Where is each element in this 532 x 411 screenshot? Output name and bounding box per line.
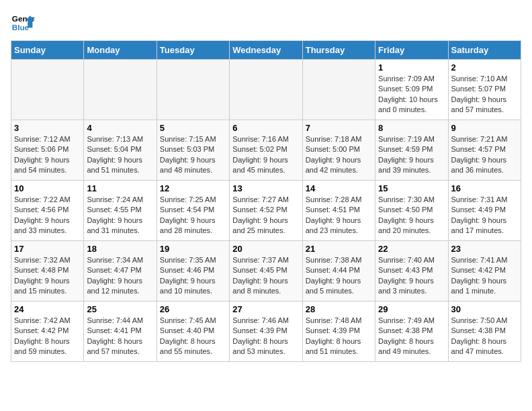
day-detail: Sunrise: 7:32 AM Sunset: 4:48 PM Dayligh…	[14, 255, 81, 297]
logo: General Blue	[11, 11, 35, 35]
day-number: 20	[232, 244, 299, 254]
calendar-cell: 19Sunrise: 7:35 AM Sunset: 4:46 PM Dayli…	[157, 241, 229, 302]
day-detail: Sunrise: 7:38 AM Sunset: 4:44 PM Dayligh…	[306, 255, 372, 297]
day-detail: Sunrise: 7:46 AM Sunset: 4:39 PM Dayligh…	[232, 316, 299, 357]
calendar-cell: 16Sunrise: 7:31 AM Sunset: 4:49 PM Dayli…	[448, 181, 521, 241]
day-number: 22	[378, 244, 445, 254]
day-number: 21	[306, 244, 372, 254]
calendar-cell: 8Sunrise: 7:19 AM Sunset: 4:59 PM Daylig…	[375, 120, 448, 181]
calendar-cell	[157, 60, 229, 120]
day-number: 15	[378, 183, 445, 193]
day-detail: Sunrise: 7:22 AM Sunset: 4:56 PM Dayligh…	[14, 195, 81, 236]
day-number: 7	[306, 123, 372, 133]
calendar-cell: 7Sunrise: 7:18 AM Sunset: 5:00 PM Daylig…	[302, 120, 375, 181]
calendar-cell: 9Sunrise: 7:21 AM Sunset: 4:57 PM Daylig…	[448, 120, 521, 181]
calendar-cell	[84, 60, 157, 120]
calendar-cell: 21Sunrise: 7:38 AM Sunset: 4:44 PM Dayli…	[302, 241, 375, 302]
calendar-cell: 25Sunrise: 7:44 AM Sunset: 4:41 PM Dayli…	[84, 302, 157, 362]
day-number: 30	[451, 304, 518, 314]
day-detail: Sunrise: 7:50 AM Sunset: 4:38 PM Dayligh…	[451, 316, 518, 357]
day-detail: Sunrise: 7:45 AM Sunset: 4:40 PM Dayligh…	[160, 316, 226, 357]
day-number: 14	[306, 183, 372, 193]
day-number: 25	[87, 304, 153, 314]
day-number: 8	[378, 123, 445, 133]
calendar-cell: 18Sunrise: 7:34 AM Sunset: 4:47 PM Dayli…	[84, 241, 157, 302]
calendar-cell: 5Sunrise: 7:15 AM Sunset: 5:03 PM Daylig…	[157, 120, 229, 181]
calendar-cell: 14Sunrise: 7:28 AM Sunset: 4:51 PM Dayli…	[302, 181, 375, 241]
day-number: 23	[451, 244, 518, 254]
calendar-cell: 24Sunrise: 7:42 AM Sunset: 4:42 PM Dayli…	[11, 302, 84, 362]
calendar-table: SundayMondayTuesdayWednesdayThursdayFrid…	[11, 40, 521, 362]
calendar-cell: 22Sunrise: 7:40 AM Sunset: 4:43 PM Dayli…	[375, 241, 448, 302]
day-number: 9	[451, 123, 518, 133]
header: General Blue	[11, 11, 521, 35]
day-number: 26	[160, 304, 226, 314]
day-header-tuesday: Tuesday	[157, 41, 229, 60]
day-number: 4	[87, 123, 153, 133]
day-detail: Sunrise: 7:12 AM Sunset: 5:06 PM Dayligh…	[14, 134, 81, 176]
day-header-monday: Monday	[84, 41, 157, 60]
day-detail: Sunrise: 7:37 AM Sunset: 4:45 PM Dayligh…	[232, 255, 299, 297]
calendar-cell	[230, 60, 302, 120]
logo-icon: General Blue	[11, 11, 35, 35]
day-detail: Sunrise: 7:41 AM Sunset: 4:42 PM Dayligh…	[451, 255, 518, 297]
day-number: 2	[451, 62, 518, 73]
day-detail: Sunrise: 7:19 AM Sunset: 4:59 PM Dayligh…	[378, 134, 445, 176]
day-detail: Sunrise: 7:34 AM Sunset: 4:47 PM Dayligh…	[87, 255, 153, 297]
calendar-cell: 4Sunrise: 7:13 AM Sunset: 5:04 PM Daylig…	[84, 120, 157, 181]
day-number: 19	[160, 244, 226, 254]
day-number: 11	[87, 183, 153, 193]
calendar-cell: 30Sunrise: 7:50 AM Sunset: 4:38 PM Dayli…	[448, 302, 521, 362]
calendar-cell: 17Sunrise: 7:32 AM Sunset: 4:48 PM Dayli…	[11, 241, 84, 302]
day-detail: Sunrise: 7:24 AM Sunset: 4:55 PM Dayligh…	[87, 195, 153, 236]
calendar-cell	[11, 60, 84, 120]
day-number: 1	[378, 62, 445, 73]
day-header-friday: Friday	[375, 41, 448, 60]
calendar-cell: 13Sunrise: 7:27 AM Sunset: 4:52 PM Dayli…	[230, 181, 302, 241]
day-number: 18	[87, 244, 153, 254]
day-detail: Sunrise: 7:35 AM Sunset: 4:46 PM Dayligh…	[160, 255, 226, 297]
day-header-sunday: Sunday	[11, 41, 84, 60]
day-number: 12	[160, 183, 226, 193]
day-number: 6	[232, 123, 299, 133]
day-detail: Sunrise: 7:40 AM Sunset: 4:43 PM Dayligh…	[378, 255, 445, 297]
calendar-cell: 23Sunrise: 7:41 AM Sunset: 4:42 PM Dayli…	[448, 241, 521, 302]
day-detail: Sunrise: 7:30 AM Sunset: 4:50 PM Dayligh…	[378, 195, 445, 236]
day-detail: Sunrise: 7:44 AM Sunset: 4:41 PM Dayligh…	[87, 316, 153, 357]
calendar-cell: 20Sunrise: 7:37 AM Sunset: 4:45 PM Dayli…	[230, 241, 302, 302]
day-number: 24	[14, 304, 81, 314]
day-detail: Sunrise: 7:16 AM Sunset: 5:02 PM Dayligh…	[232, 134, 299, 176]
calendar-cell: 26Sunrise: 7:45 AM Sunset: 4:40 PM Dayli…	[157, 302, 229, 362]
day-header-thursday: Thursday	[302, 41, 375, 60]
day-number: 10	[14, 183, 81, 193]
day-detail: Sunrise: 7:18 AM Sunset: 5:00 PM Dayligh…	[306, 134, 372, 176]
calendar-cell: 1Sunrise: 7:09 AM Sunset: 5:09 PM Daylig…	[375, 60, 448, 120]
svg-text:Blue: Blue	[12, 23, 30, 32]
day-detail: Sunrise: 7:27 AM Sunset: 4:52 PM Dayligh…	[232, 195, 299, 236]
calendar-cell: 29Sunrise: 7:49 AM Sunset: 4:38 PM Dayli…	[375, 302, 448, 362]
day-detail: Sunrise: 7:42 AM Sunset: 4:42 PM Dayligh…	[14, 316, 81, 357]
day-detail: Sunrise: 7:31 AM Sunset: 4:49 PM Dayligh…	[451, 195, 518, 236]
calendar-cell: 6Sunrise: 7:16 AM Sunset: 5:02 PM Daylig…	[230, 120, 302, 181]
day-number: 27	[232, 304, 299, 314]
day-detail: Sunrise: 7:49 AM Sunset: 4:38 PM Dayligh…	[378, 316, 445, 357]
calendar-cell: 2Sunrise: 7:10 AM Sunset: 5:07 PM Daylig…	[448, 60, 521, 120]
day-detail: Sunrise: 7:13 AM Sunset: 5:04 PM Dayligh…	[87, 134, 153, 176]
calendar-cell: 10Sunrise: 7:22 AM Sunset: 4:56 PM Dayli…	[11, 181, 84, 241]
calendar-cell: 27Sunrise: 7:46 AM Sunset: 4:39 PM Dayli…	[230, 302, 302, 362]
day-number: 16	[451, 183, 518, 193]
day-detail: Sunrise: 7:48 AM Sunset: 4:39 PM Dayligh…	[306, 316, 372, 357]
day-header-saturday: Saturday	[448, 41, 521, 60]
calendar-cell	[302, 60, 375, 120]
calendar-cell: 3Sunrise: 7:12 AM Sunset: 5:06 PM Daylig…	[11, 120, 84, 181]
day-number: 13	[232, 183, 299, 193]
day-number: 17	[14, 244, 81, 254]
calendar-cell: 11Sunrise: 7:24 AM Sunset: 4:55 PM Dayli…	[84, 181, 157, 241]
calendar-cell: 15Sunrise: 7:30 AM Sunset: 4:50 PM Dayli…	[375, 181, 448, 241]
day-detail: Sunrise: 7:09 AM Sunset: 5:09 PM Dayligh…	[378, 74, 445, 116]
day-detail: Sunrise: 7:21 AM Sunset: 4:57 PM Dayligh…	[451, 134, 518, 176]
day-detail: Sunrise: 7:28 AM Sunset: 4:51 PM Dayligh…	[306, 195, 372, 236]
day-number: 3	[14, 123, 81, 133]
calendar-cell: 12Sunrise: 7:25 AM Sunset: 4:54 PM Dayli…	[157, 181, 229, 241]
day-detail: Sunrise: 7:25 AM Sunset: 4:54 PM Dayligh…	[160, 195, 226, 236]
